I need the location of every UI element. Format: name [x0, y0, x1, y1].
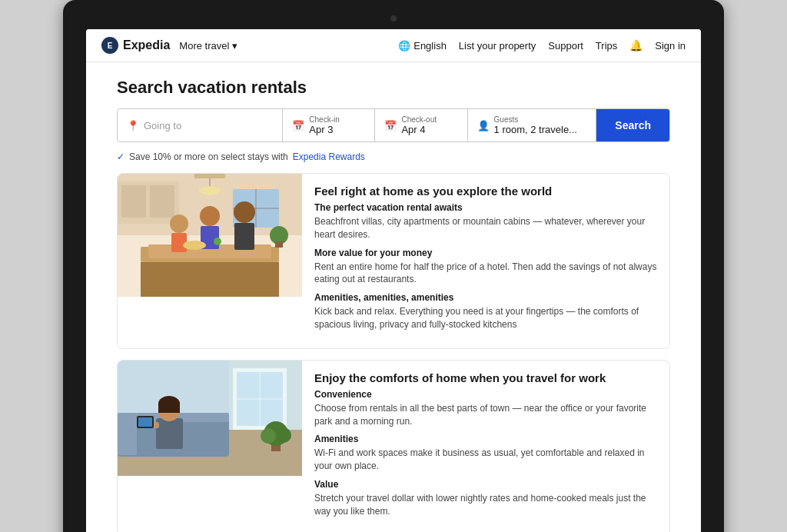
check-icon: ✓: [117, 151, 125, 162]
laptop-screen-bezel: E Expedia More travel ▾ 🌐 English List y…: [63, 0, 724, 532]
card-work-image: [118, 361, 302, 532]
svg-rect-18: [234, 223, 254, 250]
bell-icon: 🔔: [629, 39, 643, 52]
list-property-label: List your property: [459, 40, 536, 52]
svg-rect-21: [194, 174, 225, 178]
svg-rect-9: [121, 185, 146, 218]
svg-rect-38: [158, 404, 180, 413]
svg-rect-3: [141, 262, 279, 297]
svg-point-45: [276, 427, 291, 443]
card-work-subtitle-2: Value: [314, 479, 657, 490]
guests-field[interactable]: 👤 Guests 1 room, 2 travele...: [468, 109, 597, 141]
expedia-logo: E Expedia: [101, 37, 170, 54]
card-work-subtitle-0: Convenience: [314, 389, 657, 400]
list-property-link[interactable]: List your property: [459, 40, 536, 52]
going-to-field[interactable]: 📍 Going to: [118, 109, 283, 141]
support-label: Support: [548, 40, 583, 52]
checkin-label: Check-in: [309, 115, 339, 124]
card-vacation-content: Feel right at home as you explore the wo…: [302, 174, 669, 348]
laptop-screen: E Expedia More travel ▾ 🌐 English List y…: [86, 29, 701, 532]
svg-rect-35: [156, 418, 183, 449]
support-link[interactable]: Support: [548, 40, 583, 52]
sign-in-label: Sign in: [655, 40, 686, 52]
svg-rect-12: [275, 241, 283, 248]
svg-point-20: [214, 238, 221, 245]
location-icon: 📍: [127, 120, 139, 131]
svg-point-44: [261, 428, 276, 444]
top-navigation: E Expedia More travel ▾ 🌐 English List y…: [86, 29, 701, 62]
card-vacation-subtitle-2: Amenities, amenities, amenities: [314, 292, 657, 303]
svg-rect-41: [138, 417, 152, 427]
card-work-title: Enjoy the comforts of home when you trav…: [314, 371, 657, 384]
checkout-field[interactable]: 📅 Check-out Apr 4: [375, 109, 467, 141]
card-vacation-text-2: Kick back and relax. Everything you need…: [314, 305, 657, 331]
svg-point-19: [183, 241, 206, 250]
card-work-text-1: Wi-Fi and work spaces make it business a…: [314, 447, 657, 473]
rewards-link[interactable]: Expedia Rewards: [293, 151, 365, 162]
card-vacation-title: Feel right at home as you explore the wo…: [314, 185, 657, 198]
rewards-text: Save 10% or more on select stays with: [129, 151, 288, 162]
checkout-value: Apr 4: [401, 124, 425, 135]
guests-values: Guests 1 room, 2 travele...: [494, 115, 577, 135]
globe-icon: 🌐: [398, 40, 410, 52]
card-work-subtitle-1: Amenities: [314, 434, 657, 444]
svg-point-13: [170, 214, 188, 233]
svg-point-15: [200, 206, 220, 226]
card-vacation: Feel right at home as you explore the wo…: [117, 173, 670, 349]
language-label: English: [413, 40, 447, 52]
trips-link[interactable]: Trips: [596, 40, 617, 52]
trips-label: Trips: [596, 40, 617, 52]
guests-icon: 👤: [477, 120, 490, 131]
camera-icon: [390, 15, 397, 22]
laptop-shell: E Expedia More travel ▾ 🌐 English List y…: [63, 0, 724, 532]
sign-in-link[interactable]: Sign in: [655, 40, 686, 52]
expedia-icon: E: [101, 37, 118, 54]
going-to-placeholder: Going to: [144, 120, 181, 131]
card-vacation-subtitle-0: The perfect vacation rental awaits: [314, 202, 657, 213]
svg-point-17: [234, 201, 255, 223]
calendar-checkout-icon: 📅: [384, 120, 397, 131]
checkin-values: Check-in Apr 3: [309, 115, 339, 135]
cards-container: Feel right at home as you explore the wo…: [117, 173, 670, 532]
nav-right: 🌐 English List your property Support Tri…: [398, 39, 686, 52]
svg-rect-14: [171, 233, 187, 252]
card-vacation-text-0: Beachfront villas, city apartments or mo…: [314, 215, 657, 241]
svg-point-23: [199, 186, 221, 195]
rewards-bar: ✓ Save 10% or more on select stays with …: [117, 151, 670, 162]
calendar-checkin-icon: 📅: [292, 120, 304, 131]
nav-left: E Expedia More travel ▾: [101, 37, 237, 54]
language-selector[interactable]: 🌐 English: [398, 40, 447, 52]
card-vacation-subtitle-1: More value for your money: [314, 248, 657, 258]
card-vacation-text-1: Rent an entire home for half the price o…: [314, 261, 657, 287]
guests-label: Guests: [494, 115, 577, 124]
checkout-values: Check-out Apr 4: [401, 115, 437, 135]
card-work: Enjoy the comforts of home when you trav…: [117, 360, 670, 532]
search-button[interactable]: Search: [596, 109, 669, 141]
chevron-down-icon: ▾: [232, 40, 237, 52]
more-travel-button[interactable]: More travel ▾: [179, 40, 237, 52]
checkin-value: Apr 3: [309, 124, 333, 135]
card-vacation-image: [118, 174, 302, 348]
svg-rect-34: [118, 413, 137, 455]
card-work-text-0: Choose from rentals in all the best part…: [314, 402, 657, 428]
checkout-label: Check-out: [401, 115, 437, 124]
svg-rect-10: [150, 185, 174, 218]
bell-button[interactable]: 🔔: [629, 39, 643, 52]
checkin-field[interactable]: 📅 Check-in Apr 3: [283, 109, 375, 141]
search-bar: 📍 Going to 📅 Check-in Apr 3 📅 Check-: [117, 108, 670, 142]
logo-text: Expedia: [123, 38, 170, 52]
main-content: Search vacation rentals 📍 Going to 📅 Che…: [86, 62, 701, 532]
card-work-content: Enjoy the comforts of home when you trav…: [302, 361, 669, 532]
more-travel-label: More travel: [179, 40, 229, 52]
guests-value: 1 room, 2 travele...: [494, 124, 577, 135]
card-work-text-2: Stretch your travel dollar with lower ni…: [314, 492, 657, 518]
page-title: Search vacation rentals: [117, 78, 670, 98]
